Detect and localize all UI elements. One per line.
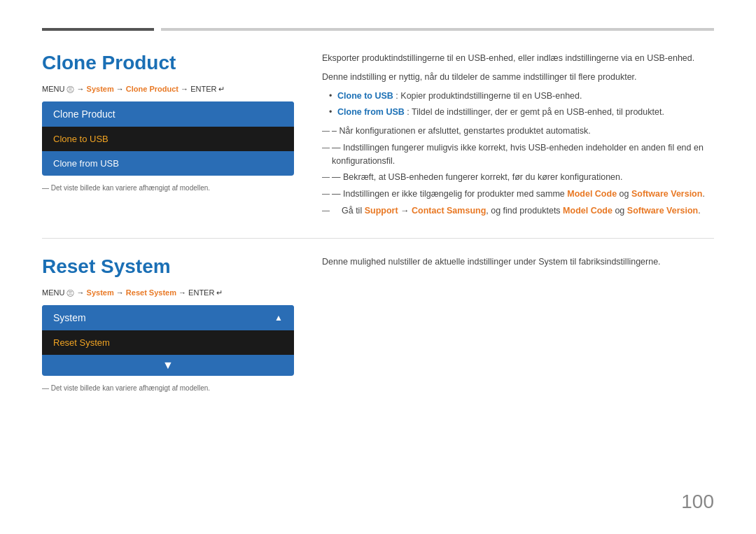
dash5-og: og xyxy=(612,206,627,216)
dash5-support: Support xyxy=(365,206,398,216)
chevron-down-icon: ▼ xyxy=(162,359,174,372)
menu2-reset: Reset System xyxy=(126,288,176,297)
clone-from-usb-label: Clone from USB xyxy=(337,107,405,117)
divider-light xyxy=(161,28,714,31)
page-number: 100 xyxy=(681,491,714,513)
menu-icon: ㊂ xyxy=(66,85,74,93)
dash2: — Indstillingen fungerer muligvis ikke k… xyxy=(322,141,714,168)
clone-bullets: Clone to USB : Kopier produktindstilling… xyxy=(322,90,714,120)
reset-system-section: Reset System MENU ㊂ → System → Reset Sys… xyxy=(42,255,714,392)
page-container: Clone Product MENU ㊂ → System → Clone Pr… xyxy=(0,0,756,534)
clone-product-right: Eksporter produktindstillingerne til en … xyxy=(322,52,714,221)
reset-system-ui-box: System ▲ Reset System ▼ xyxy=(42,305,294,376)
menu2-system: System xyxy=(87,288,114,297)
dash5-arrow: → xyxy=(398,206,412,216)
top-dividers xyxy=(42,28,714,31)
dash4-sw: Software Version xyxy=(631,189,702,199)
clone-product-title: Clone Product xyxy=(42,52,294,74)
menu-enter: ↵ xyxy=(218,85,225,93)
dash5-sw: Software Version xyxy=(627,206,698,216)
dash4-model: Model Code xyxy=(567,189,617,199)
menu-arrow1: → xyxy=(77,85,87,93)
dash5-end: . xyxy=(698,206,700,216)
dash3-text: — Bekræft, at USB-enheden fungerer korre… xyxy=(332,172,622,182)
dash2-text: — Indstillingen fungerer muligvis ikke k… xyxy=(332,143,704,166)
reset-system-right: Denne mulighed nulstiller de aktuelle in… xyxy=(322,255,714,392)
chevron-down-arrow[interactable]: ▼ xyxy=(42,355,294,376)
reset-system-left: Reset System MENU ㊂ → System → Reset Sys… xyxy=(42,255,294,392)
system-box-header: System ▲ xyxy=(42,305,294,330)
dash4-pre: — Indstillingen er ikke tilgængelig for … xyxy=(332,189,567,199)
reset-system-caption: — Det viste billede kan variere afhængig… xyxy=(42,384,294,392)
menu2-enter: ↵ xyxy=(216,288,223,297)
menu-prefix: MENU xyxy=(42,85,66,93)
menu2-arrow3: → ENTER xyxy=(178,288,216,297)
bullet-clone-from-usb: Clone from USB : Tildel de indstillinger… xyxy=(329,106,714,119)
dash4: — Indstillingen er ikke tilgængelig for … xyxy=(322,188,714,201)
ui-box-header: Clone Product xyxy=(42,101,294,127)
reset-desc-p1: Denne mulighed nulstiller de aktuelle in… xyxy=(322,255,714,269)
dash1: – Når konfigurationen er afsluttet, gens… xyxy=(322,125,714,138)
dash5-pre: Gå til xyxy=(342,206,365,216)
clone-product-section: Clone Product MENU ㊂ → System → Clone Pr… xyxy=(42,52,714,221)
dash5-contact: Contact Samsung xyxy=(412,206,486,216)
dash5-model: Model Code xyxy=(563,206,612,216)
reset-system-item[interactable]: Reset System xyxy=(42,330,294,355)
bullet-clone-to-usb: Clone to USB : Kopier produktindstilling… xyxy=(329,90,714,103)
clone-desc-p2: Denne indstilling er nyttig, når du tild… xyxy=(322,71,714,84)
clone-desc-p1: Eksporter produktindstillingerne til en … xyxy=(322,52,714,65)
bullet2-text: : Tildel de indstillinger, der er gemt p… xyxy=(407,107,664,117)
menu-arrow2: → xyxy=(116,85,126,93)
menu2-arrow1: → xyxy=(77,288,87,297)
clone-product-left: Clone Product MENU ㊂ → System → Clone Pr… xyxy=(42,52,294,221)
clone-product-ui-box: Clone Product Clone to USB Clone from US… xyxy=(42,101,294,176)
menu-clone: Clone Product xyxy=(126,85,178,93)
clone-product-menu-path: MENU ㊂ → System → Clone Product → ENTER … xyxy=(42,84,294,94)
menu-system: System xyxy=(87,85,114,93)
chevron-up-icon: ▲ xyxy=(274,313,283,323)
dash5: Gå til Support → Contact Samsung, og fin… xyxy=(322,204,714,218)
menu2-arrow2: → xyxy=(116,288,126,297)
section-separator xyxy=(42,238,714,239)
menu-arrow3: → ENTER xyxy=(181,85,218,93)
clone-product-caption: — Det viste billede kan variere afhængig… xyxy=(42,184,294,192)
menu2-icon: ㊂ xyxy=(66,288,74,297)
divider-dark xyxy=(42,28,154,31)
dash4-og: og xyxy=(617,189,631,199)
dash1-text: – Når konfigurationen er afsluttet, gens… xyxy=(332,126,591,136)
reset-system-title: Reset System xyxy=(42,255,294,278)
reset-system-menu-path: MENU ㊂ → System → Reset System → ENTER ↵ xyxy=(42,288,294,298)
dash4-post: . xyxy=(702,189,704,199)
system-label: System xyxy=(53,312,86,323)
clone-to-usb-item[interactable]: Clone to USB xyxy=(42,127,294,151)
menu2-prefix: MENU xyxy=(42,288,66,297)
bullet1-text: : Kopier produktindstillingerne til en U… xyxy=(396,91,582,101)
dash3: — Bekræft, at USB-enheden fungerer korre… xyxy=(322,171,714,184)
clone-from-usb-item[interactable]: Clone from USB xyxy=(42,151,294,176)
clone-to-usb-label: Clone to USB xyxy=(337,91,393,101)
dash5-mid: , og find produktets xyxy=(486,206,563,216)
